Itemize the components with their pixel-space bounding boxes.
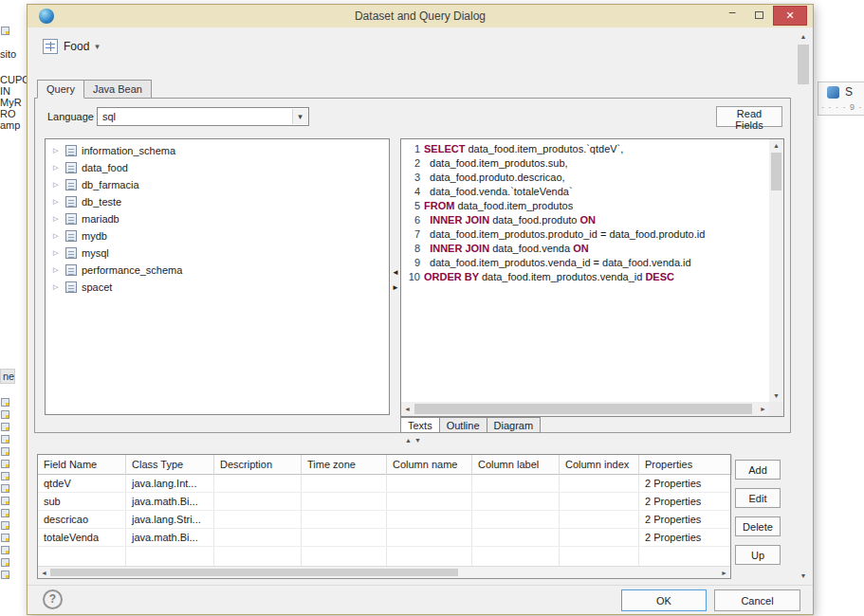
sql-vertical-scrollbar[interactable]: ▲ ▼ [769,139,783,402]
scrollbar-thumb[interactable] [50,569,458,576]
table-cell[interactable]: java.math.Bi... [126,493,214,510]
scroll-right-icon[interactable]: ► [721,570,727,576]
expander-icon[interactable]: ▷ [53,266,61,274]
table-cell[interactable]: java.lang.Stri... [126,511,214,528]
scroll-up-icon[interactable]: ▲ [796,33,811,40]
dialog-vertical-scrollbar[interactable]: ▲ ▼ [796,29,811,583]
expander-icon[interactable]: ▷ [53,249,61,257]
cancel-button[interactable]: Cancel [714,589,800,611]
table-cell[interactable] [472,511,560,528]
sql-code-area[interactable]: 1SELECT data_food.item_produtos.`qtdeV`,… [401,139,769,402]
delete-button[interactable]: Delete [735,516,781,536]
maximize-button[interactable] [746,5,771,26]
table-cell[interactable] [560,475,639,492]
table-cell[interactable]: qtdeV [38,475,126,492]
table-row[interactable]: totaleVendajava.math.Bi...2 Properties [38,529,730,547]
scroll-down-icon[interactable]: ▼ [796,572,811,579]
table-cell[interactable] [302,511,387,528]
sash-collapse-left-icon[interactable]: ◄ [392,269,399,277]
dataset-selector[interactable]: Food ▾ [39,35,103,58]
table-cell[interactable]: java.math.Bi... [126,529,214,546]
column-header-class-type[interactable]: Class Type [126,455,214,475]
help-button[interactable]: ? [43,589,63,609]
table-cell[interactable]: sub [38,493,126,510]
scroll-up-icon[interactable]: ▲ [769,142,783,149]
table-cell[interactable] [214,511,302,528]
dialog-titlebar[interactable]: Dataset and Query Dialog – ✕ [28,5,813,27]
tree-item-mydb[interactable]: ▷mydb [46,227,389,245]
sash-expand-right-icon[interactable]: ► [392,284,399,292]
table-cell[interactable] [560,511,639,528]
tree-item-mysql[interactable]: ▷mysql [46,245,389,262]
table-cell[interactable]: java.lang.Int... [126,475,214,492]
table-cell[interactable]: 2 Properties [639,475,730,492]
scroll-right-icon[interactable]: ► [760,406,766,412]
scrollbar-thumb[interactable] [798,45,809,84]
tree-item-spacet[interactable]: ▷spacet [46,279,389,296]
table-cell[interactable] [302,475,387,492]
table-cell[interactable]: 2 Properties [639,493,730,510]
expander-icon[interactable]: ▷ [53,215,61,223]
read-fields-button[interactable]: Read Fields [716,106,782,127]
tree-item-db-teste[interactable]: ▷db_teste [46,193,389,210]
column-header-column-index[interactable]: Column index [560,455,639,475]
edit-button[interactable]: Edit [735,488,781,508]
column-header-properties[interactable]: Properties [639,455,732,475]
tab-java-bean[interactable]: Java Bean [84,80,152,99]
scroll-down-icon[interactable]: ▼ [769,392,783,399]
sql-horizontal-scrollbar[interactable]: ◄ ► [401,402,769,416]
table-cell[interactable] [387,511,472,528]
table-cell[interactable] [387,529,472,546]
table-row[interactable]: descricaojava.lang.Stri...2 Properties [38,511,730,529]
table-cell[interactable]: 2 Properties [639,511,730,528]
tab-query[interactable]: Query [37,80,84,99]
table-horizontal-scrollbar[interactable]: ◄ ► [38,566,730,578]
expander-icon[interactable]: ▷ [53,283,61,291]
language-select[interactable]: sql ▾ [97,107,309,126]
ok-button[interactable]: OK [621,589,707,611]
add-button[interactable]: Add [735,460,781,480]
table-cell[interactable] [214,493,302,510]
editor-tab-diagram[interactable]: Diagram [487,417,542,433]
tree-item-data-food[interactable]: ▷data_food [46,159,389,176]
table-cell[interactable] [472,493,560,510]
table-cell[interactable] [302,529,387,546]
table-cell[interactable] [560,493,639,510]
tree-item-mariadb[interactable]: ▷mariadb [46,210,389,227]
expander-icon[interactable]: ▷ [53,147,61,154]
table-cell[interactable] [302,493,387,510]
table-row[interactable]: qtdeVjava.lang.Int...2 Properties [38,475,730,493]
table-cell[interactable]: 2 Properties [639,529,730,546]
table-cell[interactable] [387,493,472,510]
table-row[interactable]: subjava.math.Bi...2 Properties [38,493,730,511]
expander-icon[interactable]: ▷ [53,181,61,189]
tree-item-db-farmacia[interactable]: ▷db_farmacia [46,176,389,193]
scrollbar-thumb[interactable] [771,153,781,190]
table-cell[interactable] [472,529,560,546]
table-cell[interactable] [560,529,639,546]
expander-icon[interactable]: ▷ [53,198,61,206]
tree-item-performance-schema[interactable]: ▷performance_schema [46,262,389,279]
table-cell[interactable]: totaleVenda [38,529,126,546]
scroll-left-icon[interactable]: ◄ [404,406,411,412]
table-cell[interactable] [472,475,560,492]
table-cell[interactable]: descricao [38,511,126,528]
tree-item-information-schema[interactable]: ▷information_schema [46,142,389,159]
editor-tab-outline[interactable]: Outline [440,417,487,433]
column-header-time-zone[interactable]: Time zone [302,455,387,475]
scrollbar-thumb[interactable] [414,404,752,414]
table-cell[interactable] [387,475,472,492]
scroll-left-icon[interactable]: ◄ [41,570,47,576]
column-header-column-label[interactable]: Column label [472,455,560,475]
expander-icon[interactable]: ▷ [53,164,61,172]
expander-icon[interactable]: ▷ [53,232,61,240]
editor-tab-texts[interactable]: Texts [400,417,440,433]
column-header-description[interactable]: Description [214,455,302,475]
column-header-column-name[interactable]: Column name [387,455,472,475]
table-cell[interactable] [214,529,302,546]
up-button[interactable]: Up [735,545,781,565]
minimize-button[interactable]: – [720,5,745,26]
splitter-handle[interactable]: ▲▼ [405,437,424,444]
column-header-field-name[interactable]: Field Name [38,455,126,475]
table-cell[interactable] [214,475,302,492]
